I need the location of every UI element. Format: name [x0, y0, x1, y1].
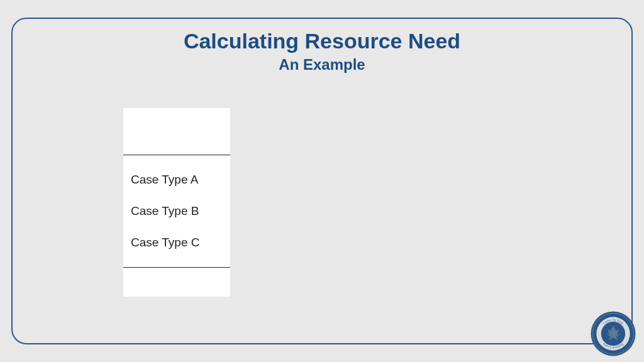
table-row: Case Type C [131, 227, 223, 258]
case-type-table: Case Type A Case Type B Case Type C [123, 108, 230, 297]
table-header-blank [123, 108, 230, 155]
slide-frame: Calculating Resource Need An Example Cas… [11, 18, 633, 344]
slide-subtitle: An Example [13, 56, 631, 74]
table-footer-blank [123, 268, 230, 297]
table-row: Case Type A [131, 164, 223, 195]
ncsc-seal-icon: Center for State National Courts [590, 310, 636, 357]
slide-title: Calculating Resource Need [13, 29, 631, 53]
table-body: Case Type A Case Type B Case Type C [123, 155, 230, 267]
table-row: Case Type B [131, 195, 223, 227]
